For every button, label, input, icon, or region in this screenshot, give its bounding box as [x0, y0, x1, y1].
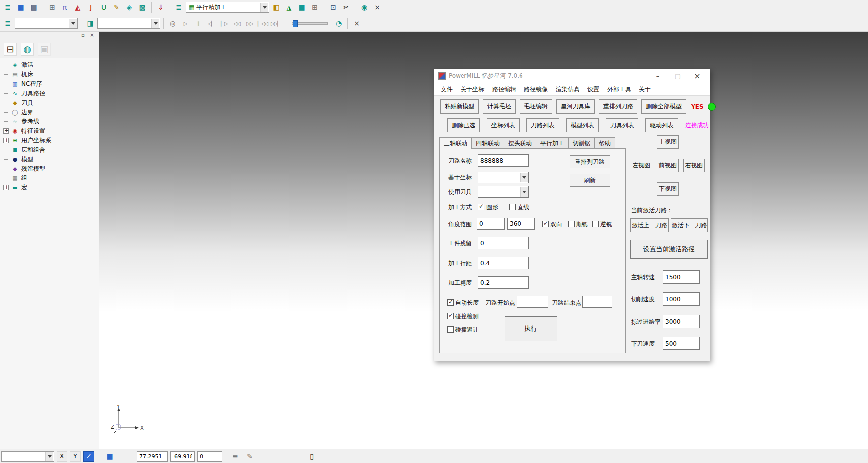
- grid-toggle-icon[interactable]: ▦: [104, 450, 116, 462]
- coord-select[interactable]: [478, 172, 529, 183]
- chevron-down-icon[interactable]: [151, 19, 159, 28]
- collision-check-checkbox[interactable]: [447, 313, 454, 319]
- close-icon[interactable]: [689, 71, 706, 82]
- view-left-button[interactable]: 左视图: [631, 159, 652, 172]
- activate-prev-toolpath-button[interactable]: 激活上一刀路: [630, 218, 669, 232]
- toolpath-list-button[interactable]: 刀路列表: [526, 118, 559, 132]
- tree-item-models[interactable]: ● 模型: [1, 155, 98, 164]
- position-z-input[interactable]: [197, 451, 222, 462]
- world-icon[interactable]: ◍: [21, 43, 34, 56]
- paste-new-model-button[interactable]: 粘贴新模型: [440, 99, 479, 114]
- toolpath-name-input[interactable]: [478, 154, 529, 167]
- axis-z-button[interactable]: Z: [83, 451, 94, 462]
- chevron-down-icon[interactable]: [260, 3, 268, 12]
- rearrange-toolpaths-button[interactable]: 重排列刀路: [599, 99, 637, 114]
- conventional-checkbox[interactable]: [592, 221, 599, 227]
- maximize-icon[interactable]: [669, 71, 686, 82]
- close-toolbar-icon[interactable]: ×: [371, 1, 383, 13]
- close-panel-icon[interactable]: ×: [88, 32, 96, 39]
- strategy-combo[interactable]: ▦ 平行精加工: [186, 2, 269, 13]
- position-y-input[interactable]: [170, 451, 195, 462]
- spindle-speed-input[interactable]: [663, 270, 700, 284]
- tree-item-patterns[interactable]: ≈ 参考线: [1, 117, 98, 126]
- tree-item-workplanes[interactable]: ⊕ 用户坐标系: [1, 136, 98, 145]
- menu-item-about-coords[interactable]: 关于坐标: [457, 84, 488, 95]
- toolpath-select-combo[interactable]: [15, 18, 78, 29]
- stock-allowance-input[interactable]: [478, 237, 529, 249]
- model-list-button[interactable]: 模型列表: [566, 118, 599, 132]
- climb-checkbox[interactable]: [568, 221, 575, 227]
- panel-grip[interactable]: [3, 35, 73, 36]
- cutting-feed-input[interactable]: [663, 292, 700, 306]
- drive-list-button[interactable]: 驱动列表: [645, 118, 678, 132]
- delete-all-models-button[interactable]: 删除全部模型: [641, 99, 686, 114]
- chevron-down-icon[interactable]: [520, 187, 528, 197]
- menu-item-external-tools[interactable]: 外部工具: [603, 84, 635, 95]
- frame-icon[interactable]: ⊡: [327, 1, 339, 13]
- pattern-icon[interactable]: ◈: [123, 1, 135, 13]
- go-start-icon[interactable]: ▏◁◁: [257, 17, 269, 29]
- close-sim-toolbar-icon[interactable]: ×: [351, 17, 363, 29]
- stock-edit-button[interactable]: 毛坯编辑: [520, 99, 552, 114]
- binoculars-icon[interactable]: ◉: [358, 1, 370, 13]
- explorer-tree-icon[interactable]: ⊟: [4, 43, 17, 56]
- tool-select[interactable]: [478, 186, 529, 198]
- tool-list-button[interactable]: 刀具列表: [606, 118, 638, 132]
- set-active-path-button[interactable]: 设置当前激活路径: [630, 240, 708, 259]
- bidirectional-checkbox[interactable]: [542, 221, 549, 227]
- tree-item-stock-models[interactable]: ◆ 残留模型: [1, 164, 98, 174]
- simulation-speed-slider[interactable]: [292, 22, 328, 25]
- play-icon[interactable]: ▷: [179, 17, 191, 29]
- activate-next-toolpath-button[interactable]: 激活下一刀路: [671, 218, 708, 232]
- step-forward-icon[interactable]: ▏▷: [218, 17, 230, 29]
- chevron-down-icon[interactable]: [69, 19, 77, 28]
- chevron-down-icon[interactable]: [520, 173, 528, 182]
- pause-icon[interactable]: ∥: [192, 17, 204, 29]
- view-top-button[interactable]: 上视图: [657, 135, 679, 149]
- minimize-icon[interactable]: [649, 71, 666, 82]
- tab-cutting-saw[interactable]: 切割锯: [568, 137, 595, 149]
- tree-item-boundaries[interactable]: ◯ 边界: [1, 108, 98, 117]
- calculator-icon[interactable]: π: [59, 1, 71, 13]
- copy-icon[interactable]: ⊞: [46, 1, 58, 13]
- boundary-u-icon[interactable]: U: [98, 1, 110, 13]
- tab-3axis[interactable]: 三轴联动: [439, 137, 472, 149]
- axis-y-button[interactable]: Y: [70, 451, 81, 462]
- view-front-button[interactable]: 前视图: [657, 159, 679, 172]
- tab-parallel[interactable]: 平行加工: [536, 137, 569, 149]
- tab-help[interactable]: 帮助: [594, 137, 615, 149]
- menu-item-settings[interactable]: 设置: [583, 84, 603, 95]
- chevron-down-icon[interactable]: [45, 452, 53, 461]
- toolpath-j-icon[interactable]: J: [85, 1, 97, 13]
- end-point-input[interactable]: [582, 296, 612, 308]
- tab-4axis[interactable]: 四轴联动: [471, 137, 504, 149]
- tab-swivel-head[interactable]: 摆头联动: [504, 137, 536, 149]
- execute-button[interactable]: 执行: [505, 316, 557, 341]
- scissors-icon[interactable]: ✂: [340, 1, 352, 13]
- statusbar-combo[interactable]: [1, 451, 54, 462]
- tree-item-activate[interactable]: ◈ 激活: [1, 60, 98, 70]
- hint-icon[interactable]: ◎: [167, 17, 178, 29]
- mobile-icon[interactable]: ▯: [306, 450, 318, 462]
- angle-to-input[interactable]: [507, 218, 535, 230]
- angle-from-input[interactable]: [477, 218, 505, 230]
- transform-icon[interactable]: ◭: [72, 1, 84, 13]
- slider-handle[interactable]: [293, 20, 298, 27]
- keypad-icon[interactable]: ⊞: [309, 1, 321, 13]
- save-icon[interactable]: ▦: [15, 1, 27, 13]
- measure-icon[interactable]: ✎: [244, 450, 256, 462]
- start-point-input[interactable]: [517, 296, 548, 308]
- tree-item-tools[interactable]: ◆ 刀具: [1, 98, 98, 108]
- clock-icon[interactable]: ◔: [333, 17, 345, 29]
- refresh-button[interactable]: 刷新: [570, 174, 610, 187]
- menu-item-path-edit[interactable]: 路径编辑: [488, 84, 520, 95]
- menu-item-file[interactable]: 文件: [437, 84, 457, 95]
- circle-checkbox[interactable]: [478, 204, 484, 210]
- plunge-feed-input[interactable]: [663, 337, 700, 350]
- block-icon[interactable]: ▩: [136, 1, 148, 13]
- grid-icon[interactable]: ▦: [296, 1, 308, 13]
- tree-item-machine-tools[interactable]: ▤ 机床: [1, 70, 98, 79]
- tree-expander[interactable]: [3, 185, 9, 190]
- dialog-title-bar[interactable]: PowerMILL 忆梦星河 7.0.6: [434, 69, 710, 83]
- step-back-icon[interactable]: ◁▏: [205, 17, 217, 29]
